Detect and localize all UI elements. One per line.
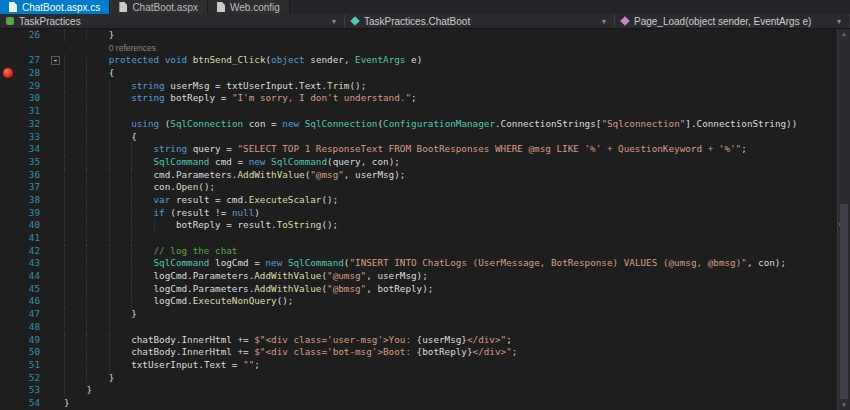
breakpoint-margin[interactable]: [0, 257, 17, 270]
code-line: 33{: [0, 131, 837, 144]
code-text: string botReply = "I'm sorry, I don't un…: [64, 92, 837, 105]
codelens-references[interactable]: 0 references: [109, 43, 156, 53]
fold-margin: [48, 29, 64, 42]
tab-chatboot-aspx-cs[interactable]: ChatBoot.aspx.cs: [0, 0, 110, 14]
breakpoint-margin[interactable]: [0, 308, 17, 321]
indent-guide: [109, 257, 131, 270]
code-token: ();: [321, 219, 338, 230]
breakpoint-margin[interactable]: [0, 143, 17, 156]
code-text: }: [64, 384, 837, 397]
breakpoint-margin[interactable]: [0, 42, 17, 55]
breakpoint-margin[interactable]: [0, 397, 17, 410]
fold-margin: [48, 169, 64, 182]
breakpoint-margin[interactable]: [0, 334, 17, 347]
code-line: 34string query = "SELECT TOP 1 ResponseT…: [0, 143, 837, 156]
code-line: 37con.Open();: [0, 181, 837, 194]
code-token: </div>": [473, 346, 512, 357]
code-token: }: [131, 308, 137, 319]
breakpoint-margin[interactable]: [0, 232, 17, 245]
breakpoint-margin[interactable]: [0, 207, 17, 220]
code-token: , con);: [747, 257, 786, 268]
fold-margin: [48, 283, 64, 296]
breakpoint-margin[interactable]: [0, 321, 17, 334]
breakpoint-margin[interactable]: [0, 219, 17, 232]
line-number: 54: [17, 397, 48, 410]
breakpoint-margin[interactable]: [0, 105, 17, 118]
indent-guide: [131, 143, 153, 156]
indent-guide: [86, 54, 108, 67]
breakpoint-margin[interactable]: [0, 346, 17, 359]
line-number: 48: [17, 321, 48, 334]
breakpoint-margin[interactable]: [0, 384, 17, 397]
breakpoint-margin[interactable]: [0, 169, 17, 182]
scrollbar-thumb[interactable]: [840, 204, 848, 399]
breakpoint-margin[interactable]: [0, 181, 17, 194]
line-number: 53: [17, 384, 48, 397]
tab-label: Web.config: [230, 2, 280, 13]
indent-guide: [86, 219, 108, 232]
breakpoint-margin[interactable]: [0, 245, 17, 258]
breakpoint-margin[interactable]: [0, 67, 17, 80]
code-token: , userMsg);: [344, 169, 406, 180]
fold-margin: [48, 156, 64, 169]
breakpoint-margin[interactable]: [0, 359, 17, 372]
code-token: botReply =: [165, 92, 232, 103]
indent-guide: [86, 105, 108, 118]
code-token: AddWithValue: [237, 169, 304, 180]
code-text: }: [64, 308, 837, 321]
code-token: string: [154, 143, 188, 154]
breakpoint-margin[interactable]: [0, 29, 17, 42]
code-token: "INSERT INTO ChatLogs (UserMessage, BotR…: [349, 257, 746, 268]
indent-guide: [64, 219, 86, 232]
indent-guide: [64, 156, 86, 169]
code-token: btnSend_Click: [193, 54, 266, 65]
scroll-down-icon[interactable]: ▼: [838, 402, 850, 408]
code-token: new: [265, 257, 282, 268]
indent-guide: [131, 295, 153, 308]
code-token: ;: [741, 143, 747, 154]
code-token: logCmd.Parameters.: [154, 270, 255, 281]
collapse-icon[interactable]: -: [51, 56, 60, 65]
breakpoint-margin[interactable]: [0, 131, 17, 144]
breakpoint-margin[interactable]: [0, 92, 17, 105]
fold-margin: [48, 270, 64, 283]
indent-guide: [64, 131, 86, 144]
member-dropdown[interactable]: Page_Load(object sender, EventArgs e) ▾: [615, 14, 850, 28]
breakpoint-margin[interactable]: [0, 283, 17, 296]
breakpoint-margin[interactable]: [0, 156, 17, 169]
code-text: }: [64, 372, 837, 385]
breakpoint-margin[interactable]: [0, 118, 17, 131]
code-token: }: [109, 372, 115, 383]
breakpoint-margin[interactable]: [0, 54, 17, 67]
class-dropdown[interactable]: TaskPractices.ChatBoot ▾: [345, 14, 615, 28]
chevron-down-icon: ▾: [332, 17, 338, 26]
code-editor[interactable]: 26}0 references27-protected void btnSend…: [0, 29, 850, 410]
file-icon: [119, 2, 127, 12]
indent-guide: [86, 194, 108, 207]
breakpoint-margin[interactable]: [0, 372, 17, 385]
indent-guide: [64, 67, 86, 80]
breakpoint-icon[interactable]: [3, 68, 13, 78]
indent-guide: [109, 334, 131, 347]
breakpoint-margin[interactable]: [0, 295, 17, 308]
scroll-up-icon[interactable]: ▲: [838, 31, 850, 37]
indent-guide: [109, 232, 131, 245]
code-token: e): [405, 54, 422, 65]
code-token: txtUserInput.Text =: [131, 359, 243, 370]
line-number: 31: [17, 105, 48, 118]
code-token: var: [154, 194, 171, 205]
code-text: if (result != null): [64, 207, 837, 220]
line-number: 50: [17, 346, 48, 359]
fold-margin: [48, 321, 64, 334]
indent-guide: [86, 169, 108, 182]
code-token: ();: [349, 80, 366, 91]
vertical-scrollbar[interactable]: ▲ ▼: [837, 29, 850, 410]
code-token: "Sqlconnection": [601, 118, 685, 129]
breakpoint-margin[interactable]: [0, 270, 17, 283]
tab-chatboot-aspx[interactable]: ChatBoot.aspx: [110, 0, 208, 14]
breakpoint-margin[interactable]: [0, 80, 17, 93]
tab-web-config[interactable]: Web.config: [208, 0, 290, 14]
project-dropdown[interactable]: TaskPractices ▾: [0, 14, 345, 28]
breakpoint-margin[interactable]: [0, 194, 17, 207]
indent-guide: [131, 194, 153, 207]
